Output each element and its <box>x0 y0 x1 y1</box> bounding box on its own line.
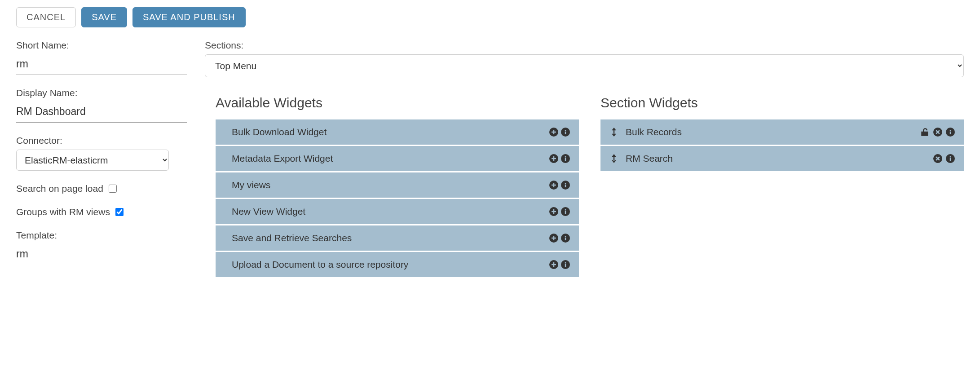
available-widgets-heading: Available Widgets <box>216 95 579 110</box>
unlock-icon[interactable] <box>921 128 930 137</box>
widget-name: Save and Retrieve Searches <box>232 233 549 243</box>
widget-name: RM Search <box>626 153 933 164</box>
groups-rm-views-checkbox[interactable] <box>115 208 124 216</box>
remove-icon[interactable] <box>933 128 942 137</box>
add-icon[interactable] <box>549 154 558 163</box>
available-widget-item[interactable]: Upload a Document to a source repository <box>216 252 579 277</box>
available-widget-item[interactable]: Metadata Export Widget <box>216 146 579 171</box>
widget-name: My views <box>232 180 549 190</box>
remove-icon[interactable] <box>933 154 942 163</box>
add-icon[interactable] <box>549 260 558 269</box>
widget-name: Metadata Export Widget <box>232 153 549 164</box>
add-icon[interactable] <box>549 128 558 137</box>
available-widget-item[interactable]: Bulk Download Widget <box>216 119 579 145</box>
display-name-label: Display Name: <box>16 88 187 98</box>
widget-name: Upload a Document to a source repository <box>232 259 549 270</box>
info-icon[interactable] <box>561 234 570 243</box>
add-icon[interactable] <box>549 181 558 190</box>
info-icon[interactable] <box>946 128 955 137</box>
sections-label: Sections: <box>205 40 964 51</box>
info-icon[interactable] <box>561 128 570 137</box>
add-icon[interactable] <box>549 207 558 216</box>
sections-select[interactable]: Top Menu <box>205 54 964 77</box>
short-name-label: Short Name: <box>16 40 187 51</box>
available-widget-item[interactable]: New View Widget <box>216 199 579 224</box>
info-icon[interactable] <box>946 154 955 163</box>
short-name-input[interactable] <box>16 54 187 75</box>
template-label: Template: <box>16 230 187 241</box>
template-input[interactable] <box>16 244 187 265</box>
available-widget-item[interactable]: My views <box>216 172 579 198</box>
info-icon[interactable] <box>561 181 570 190</box>
widget-name: Bulk Download Widget <box>232 127 549 137</box>
search-on-load-checkbox[interactable] <box>109 185 117 193</box>
cancel-button[interactable]: CANCEL <box>16 7 76 27</box>
available-widget-item[interactable]: Save and Retrieve Searches <box>216 225 579 251</box>
info-icon[interactable] <box>561 260 570 269</box>
section-widget-item[interactable]: Bulk Records <box>600 119 964 145</box>
connector-label: Connector: <box>16 135 187 146</box>
search-on-load-label: Search on page load <box>16 183 103 194</box>
groups-rm-views-label: Groups with RM views <box>16 207 110 217</box>
section-widget-item[interactable]: RM Search <box>600 146 964 171</box>
info-icon[interactable] <box>561 207 570 216</box>
widget-name: Bulk Records <box>626 127 921 137</box>
drag-handle-icon[interactable] <box>609 154 618 163</box>
save-and-publish-button[interactable]: SAVE AND PUBLISH <box>132 7 246 27</box>
widget-name: New View Widget <box>232 206 549 217</box>
drag-handle-icon[interactable] <box>609 128 618 137</box>
info-icon[interactable] <box>561 154 570 163</box>
section-widgets-heading: Section Widgets <box>600 95 964 110</box>
add-icon[interactable] <box>549 234 558 243</box>
connector-select[interactable]: ElasticRM-elasticrm <box>16 150 169 171</box>
save-button[interactable]: SAVE <box>81 7 127 27</box>
display-name-input[interactable] <box>16 102 187 123</box>
